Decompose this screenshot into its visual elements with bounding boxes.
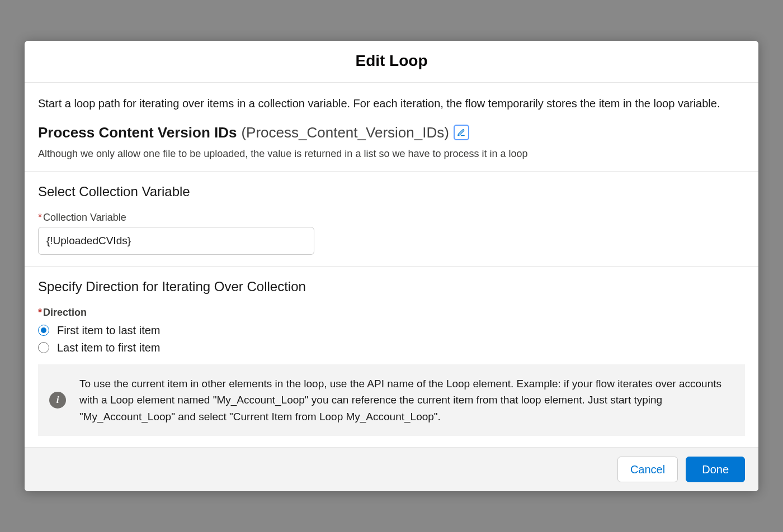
direction-heading: Specify Direction for Iterating Over Col… — [38, 279, 745, 294]
loop-description: Although we only allow one file to be up… — [38, 148, 745, 160]
info-text: To use the current item in other element… — [79, 376, 729, 425]
collection-variable-label: *Collection Variable — [38, 212, 745, 224]
intro-section: Start a loop path for iterating over ite… — [25, 83, 758, 172]
collection-section: Select Collection Variable *Collection V… — [25, 172, 758, 267]
intro-text: Start a loop path for iterating over ite… — [38, 95, 745, 112]
modal-title: Edit Loop — [25, 52, 758, 70]
direction-section: Specify Direction for Iterating Over Col… — [25, 267, 758, 447]
collection-field-label-text: Collection Variable — [43, 212, 126, 223]
modal-footer: Cancel Done — [25, 447, 758, 491]
edit-label-button[interactable] — [454, 125, 469, 140]
required-asterisk: * — [38, 212, 42, 223]
collection-heading: Select Collection Variable — [38, 184, 745, 200]
loop-label: Process Content Version IDs — [38, 124, 237, 141]
required-asterisk: * — [38, 307, 42, 318]
collection-variable-input[interactable] — [38, 227, 314, 255]
direction-label-first: First item to last item — [57, 324, 160, 337]
info-icon: i — [49, 392, 66, 408]
done-button[interactable]: Done — [686, 457, 745, 482]
modal-header: Edit Loop — [25, 41, 758, 83]
info-box: i To use the current item in other eleme… — [38, 364, 745, 436]
direction-group: *Direction First item to last item Last … — [38, 307, 745, 354]
direction-option-first[interactable]: First item to last item — [38, 324, 745, 337]
edit-loop-modal: Edit Loop Start a loop path for iteratin… — [25, 41, 758, 491]
loop-api-name: (Process_Content_Version_IDs) — [241, 124, 449, 141]
direction-option-last[interactable]: Last item to first item — [38, 341, 745, 354]
direction-legend-text: Direction — [43, 307, 87, 318]
pencil-icon — [457, 129, 465, 137]
direction-radio-first[interactable] — [38, 325, 49, 336]
direction-radio-last[interactable] — [38, 342, 49, 353]
cancel-button[interactable]: Cancel — [617, 457, 678, 482]
modal-body: Start a loop path for iterating over ite… — [25, 83, 758, 447]
direction-label-last: Last item to first item — [57, 341, 161, 354]
direction-legend: *Direction — [38, 307, 745, 319]
label-row: Process Content Version IDs (Process_Con… — [38, 124, 745, 141]
